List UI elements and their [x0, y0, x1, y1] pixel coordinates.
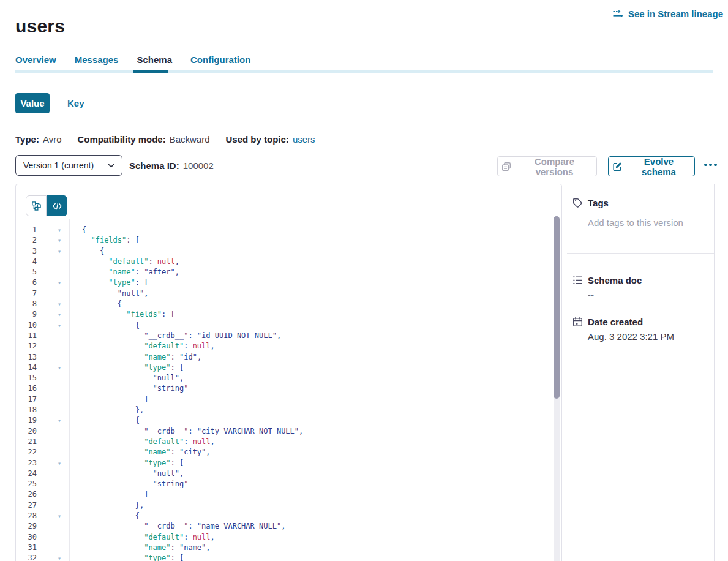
code-text: "null", [65, 373, 184, 383]
type-value: Avro [43, 134, 62, 145]
tab-active-underline [133, 70, 168, 73]
code-text: "default": null, [65, 257, 179, 267]
code-scrollbar-thumb[interactable] [554, 216, 560, 399]
line-number: 16 [16, 383, 37, 394]
see-in-stream-lineage-link[interactable]: See in Stream lineage [612, 9, 723, 19]
code-line: 4 "default": null, [16, 257, 552, 267]
fold-spacer [37, 437, 65, 447]
code-text: { [65, 225, 86, 235]
line-number: 23 [16, 458, 37, 469]
tag-icon [572, 198, 583, 208]
fold-spacer [37, 426, 65, 437]
more-actions-button[interactable] [702, 156, 719, 173]
code-line: 8▾ { [16, 299, 552, 309]
line-number: 29 [16, 521, 37, 532]
fold-toggle-icon[interactable]: ▾ [37, 309, 65, 320]
chevron-down-icon [108, 164, 114, 168]
evolve-schema-label: Evolve schema [627, 156, 691, 177]
fold-spacer [37, 543, 65, 553]
add-tags-input[interactable] [588, 217, 706, 235]
fold-spacer [37, 532, 65, 543]
code-text: "default": null, [65, 341, 215, 352]
code-lines: 1▾{2▾ "fields": [3▾ {4 "default": null,5… [16, 225, 552, 561]
fold-toggle-icon[interactable]: ▾ [37, 225, 65, 235]
line-number: 28 [16, 511, 37, 521]
code-line: 32▾ "type": [ [16, 553, 552, 561]
tab-messages[interactable]: Messages [75, 55, 119, 65]
schema-doc-title: Schema doc [588, 275, 642, 285]
compare-versions-icon [501, 162, 511, 171]
code-line: 27 }, [16, 500, 552, 511]
code-line: 22 "name": "city", [16, 447, 552, 457]
tab-schema[interactable]: Schema [137, 55, 172, 65]
line-number: 19 [16, 415, 37, 426]
code-text: { [65, 246, 104, 257]
code-text: "string" [65, 383, 188, 394]
schema-code-panel: 1▾{2▾ "fields": [3▾ {4 "default": null,5… [15, 184, 562, 561]
compare-versions-button[interactable]: Compare versions [497, 156, 597, 176]
fold-spacer [37, 479, 65, 489]
evolve-schema-icon [612, 162, 622, 171]
line-number: 32 [16, 553, 37, 561]
fold-toggle-icon[interactable]: ▾ [37, 553, 65, 561]
evolve-schema-button[interactable]: Evolve schema [608, 156, 695, 176]
version-dropdown-value: Version 1 (current) [23, 160, 94, 170]
code-text: "name": "city", [65, 447, 211, 457]
fold-toggle-icon[interactable]: ▾ [37, 511, 65, 521]
tags-title: Tags [588, 198, 609, 208]
fold-toggle-icon[interactable]: ▾ [37, 299, 65, 309]
code-text: "__crdb__": "name VARCHAR NULL", [65, 521, 285, 532]
fold-spacer [37, 288, 65, 299]
topic-link[interactable]: users [293, 134, 315, 145]
tree-view-icon [32, 201, 41, 211]
code-text: "default": null, [65, 532, 215, 543]
fold-spacer [37, 500, 65, 511]
code-line: 30 "default": null, [16, 532, 552, 543]
code-text: { [65, 320, 140, 331]
code-text: ] [65, 489, 148, 500]
fold-toggle-icon[interactable]: ▾ [37, 235, 65, 246]
code-line: 21 "default": null, [16, 437, 552, 447]
code-line: 2▾ "fields": [ [16, 235, 552, 246]
version-dropdown[interactable]: Version 1 (current) [15, 155, 122, 176]
fold-toggle-icon[interactable]: ▾ [37, 320, 65, 331]
line-number: 17 [16, 394, 37, 405]
code-text: "default": null, [65, 437, 215, 447]
line-number: 24 [16, 469, 37, 479]
fold-toggle-icon[interactable]: ▾ [37, 458, 65, 469]
line-number: 25 [16, 479, 37, 489]
tags-section-header: Tags [572, 198, 609, 208]
code-line: 17 ] [16, 394, 552, 405]
line-number: 11 [16, 331, 37, 341]
code-line: 13 "name": "id", [16, 352, 552, 363]
tree-view-button[interactable] [26, 195, 47, 216]
line-number: 22 [16, 447, 37, 457]
code-text: "type": [ [65, 458, 184, 469]
code-text: "type": [ [65, 553, 184, 561]
ellipsis-icon [704, 164, 707, 167]
tab-overview[interactable]: Overview [15, 55, 56, 65]
fold-spacer [37, 383, 65, 394]
code-line: 23▾ "type": [ [16, 458, 552, 469]
code-line: 24 "null", [16, 469, 552, 479]
key-toggle-button[interactable]: Key [64, 93, 88, 113]
line-number: 7 [16, 288, 37, 299]
line-number: 1 [16, 225, 37, 235]
code-line: 11 "__crdb__": "id UUID NOT NULL", [16, 331, 552, 341]
line-number: 12 [16, 341, 37, 352]
value-toggle-button[interactable]: Value [15, 93, 50, 113]
fold-spacer [37, 352, 65, 363]
fold-toggle-icon[interactable]: ▾ [37, 246, 65, 257]
line-number: 18 [16, 405, 37, 415]
line-number: 2 [16, 235, 37, 246]
code-line: 10▾ { [16, 320, 552, 331]
fold-toggle-icon[interactable]: ▾ [37, 277, 65, 288]
tab-configuration[interactable]: Configuration [190, 55, 250, 65]
line-number: 27 [16, 500, 37, 511]
line-number: 31 [16, 543, 37, 553]
code-text: }, [65, 500, 144, 511]
code-view-button[interactable] [47, 195, 67, 216]
fold-toggle-icon[interactable]: ▾ [37, 363, 65, 373]
line-number: 9 [16, 309, 37, 320]
fold-toggle-icon[interactable]: ▾ [37, 415, 65, 426]
